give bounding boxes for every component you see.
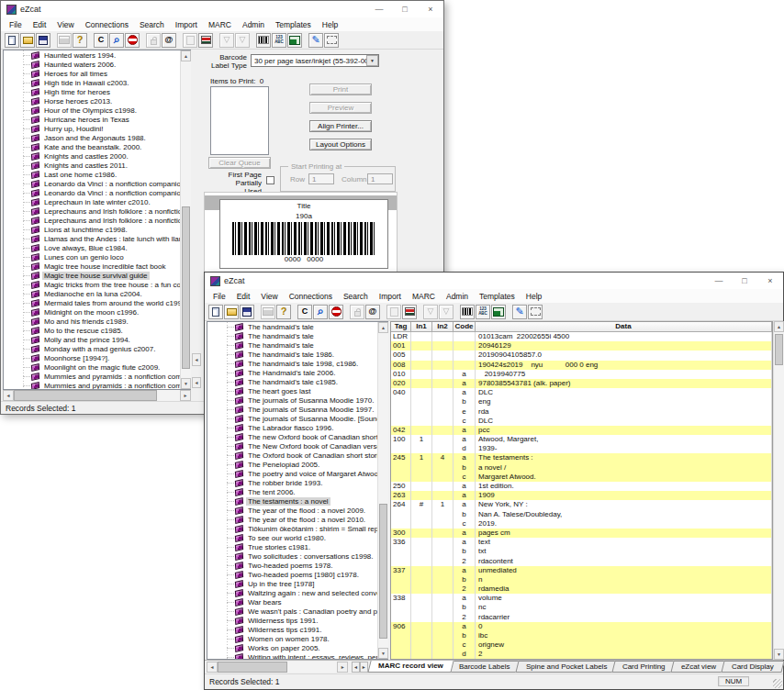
- marc-row[interactable]: 245 1 4 a The testaments :: [391, 453, 772, 462]
- authority-search-icon[interactable]: @: [162, 33, 176, 48]
- list-item[interactable]: The Labrador fiasco 1996.: [207, 423, 387, 432]
- tab-marc-record-view[interactable]: MARC record view: [368, 661, 454, 673]
- marc-row[interactable]: c orignew: [391, 640, 772, 650]
- list-item[interactable]: Mummies and pyramids : a nonfiction comp…: [4, 372, 190, 381]
- list-item[interactable]: Two-headed poems 1978.: [207, 561, 387, 570]
- list-item[interactable]: The handmaid's tale: [207, 340, 387, 350]
- scroll-down-icon[interactable]: ▼: [181, 378, 191, 389]
- list-item[interactable]: Magic tricks from the tree house : a fun…: [4, 280, 190, 289]
- authority-search-icon[interactable]: @: [365, 305, 380, 319]
- open-folder-icon[interactable]: [224, 305, 239, 319]
- spine-labels-icon[interactable]: 123 ABC: [272, 33, 286, 48]
- marc-row[interactable]: 250 a 1st edition.: [391, 482, 772, 491]
- list-item[interactable]: Leonardo da Vinci : a nonfiction compani…: [4, 188, 190, 197]
- scroll-right-icon[interactable]: ►: [180, 390, 191, 401]
- list-item[interactable]: Women on women 1978.: [207, 634, 387, 643]
- tab-ezcat-view[interactable]: eZcat view: [670, 661, 726, 673]
- list-item[interactable]: Midnight on the moon c1996.: [4, 307, 190, 317]
- scrollbar-thumb[interactable]: [379, 504, 387, 639]
- marc-row[interactable]: 005 20190904105857.0: [391, 351, 772, 360]
- minimize-button[interactable]: —: [366, 1, 392, 17]
- save-icon[interactable]: [36, 33, 50, 48]
- list-item[interactable]: Haunted waters 1994.: [4, 50, 190, 60]
- edit-record-icon[interactable]: ✎: [308, 33, 323, 48]
- list-item[interactable]: The year of the flood : a novel 2009.: [207, 506, 387, 515]
- title-bar[interactable]: eZcat — □ ×: [1, 1, 443, 17]
- row-input[interactable]: 1: [308, 173, 334, 184]
- marc-row[interactable]: b nc: [391, 603, 772, 612]
- list-item[interactable]: Jason and the Argonauts 1988.: [4, 133, 190, 142]
- list-item[interactable]: The journals of Susanna Moodie 1970.: [207, 395, 387, 405]
- list-item[interactable]: Magic tree house incredible fact book: [4, 262, 190, 271]
- preview-button[interactable]: Preview: [309, 102, 372, 114]
- marc-row[interactable]: c DLC: [391, 417, 772, 426]
- menu-item[interactable]: Templates: [270, 19, 317, 30]
- resize-grip[interactable]: [773, 679, 782, 688]
- list-item[interactable]: Lunes con un genio loco: [4, 252, 190, 262]
- list-item[interactable]: We wasn't pals : Canadian poetry and pro…: [207, 607, 387, 616]
- list-item[interactable]: Magic tree house survival guide: [4, 271, 190, 280]
- maximize-button[interactable]: □: [732, 273, 757, 289]
- col-in2[interactable]: In2: [432, 322, 454, 332]
- print-button[interactable]: Print: [309, 83, 372, 95]
- list-item[interactable]: Last one home c1986.: [4, 170, 190, 179]
- list-item[interactable]: The robber bride 1993.: [207, 478, 387, 487]
- list-item[interactable]: Hour of the Olympics c1998.: [4, 106, 190, 115]
- connect-icon[interactable]: C: [94, 33, 108, 48]
- print-queue-listbox[interactable]: [210, 86, 269, 155]
- marc-row[interactable]: 100 1 a Atwood, Margaret,: [391, 435, 772, 444]
- marc-row[interactable]: 264 # 1 a New York, NY :: [391, 500, 772, 509]
- search-icon[interactable]: ⌕: [313, 305, 328, 319]
- scroll-up-icon[interactable]: ▲: [378, 322, 388, 333]
- list-item[interactable]: The year of the flood : a novel 2010.: [207, 515, 387, 524]
- list-item[interactable]: Knights and castles 2011.: [4, 161, 190, 170]
- stop-icon[interactable]: [329, 305, 343, 319]
- title-bar[interactable]: eZcat — □ ×: [205, 273, 783, 289]
- col-tag[interactable]: Tag: [391, 322, 411, 332]
- menu-item[interactable]: Edit: [28, 19, 52, 30]
- list-item[interactable]: Leprechaun in late winter c2010.: [4, 197, 190, 206]
- scroll-down-icon[interactable]: ▼: [774, 649, 784, 660]
- list-item[interactable]: True stories c1981.: [207, 542, 387, 551]
- marc-row[interactable]: 010 a 2019940775: [391, 370, 772, 379]
- list-item[interactable]: Up in the tree [1978]: [207, 579, 387, 588]
- list-item[interactable]: The testaments : a novel: [207, 496, 387, 506]
- open-folder-icon[interactable]: [20, 33, 35, 48]
- z3950-icon[interactable]: [198, 33, 213, 48]
- connect-icon[interactable]: C: [297, 305, 312, 319]
- list-item[interactable]: The journals of Susanna Moodie. [Sound r…: [207, 414, 387, 423]
- list-item[interactable]: The handmaid's tale c1985.: [207, 377, 387, 386]
- list-item[interactable]: The Oxford book of Canadian short storie…: [207, 451, 387, 460]
- list-item[interactable]: Lions at lunchtime c1998.: [4, 225, 190, 234]
- list-item[interactable]: The handmaid's tale: [207, 322, 387, 331]
- print-icon[interactable]: [57, 33, 72, 48]
- pane-splitter[interactable]: ◄ ◄: [191, 50, 202, 390]
- marc-row[interactable]: e rda: [391, 407, 772, 417]
- barcode-labels-icon[interactable]: [256, 33, 271, 48]
- close-button[interactable]: ×: [757, 273, 783, 289]
- scroll-left-icon[interactable]: ◄: [207, 662, 218, 673]
- marc-row[interactable]: 2 rdacontent: [391, 557, 772, 566]
- list-item[interactable]: Leprechauns and Irish folklore : a nonfi…: [4, 216, 190, 225]
- menu-item[interactable]: Admin: [441, 291, 474, 302]
- marc-row[interactable]: b a novel /: [391, 463, 772, 473]
- card-printing-icon[interactable]: [287, 33, 302, 48]
- list-item[interactable]: Leprechauns and Irish folklore : a nonfi…: [4, 206, 190, 216]
- list-item[interactable]: Kate and the beanstalk. 2000.: [4, 142, 190, 151]
- list-item[interactable]: Two-headed poems [1980] c1978.: [207, 570, 387, 579]
- scroll-up-icon[interactable]: ▲: [774, 321, 784, 332]
- scrollbar-thumb[interactable]: [218, 662, 287, 673]
- marc-row[interactable]: b eng: [391, 397, 772, 406]
- menu-item[interactable]: Connections: [80, 19, 134, 30]
- scrollbar-thumb[interactable]: [182, 206, 190, 369]
- list-horizontal-scrollbar[interactable]: ◄ ►: [207, 662, 348, 673]
- scroll-right-icon[interactable]: ►: [337, 662, 348, 673]
- first-page-checkbox[interactable]: [266, 176, 274, 184]
- menu-item[interactable]: Help: [317, 19, 343, 30]
- list-item[interactable]: Llamas and the Andes : late lunch with l…: [4, 234, 190, 243]
- menu-item[interactable]: Templates: [474, 291, 521, 302]
- marc-row[interactable]: 2 rdamedia: [391, 584, 772, 594]
- tab-barcode-labels[interactable]: Barcode Labels: [449, 661, 521, 673]
- list-item[interactable]: High tide in Hawaii c2003.: [4, 78, 190, 87]
- z3950-icon[interactable]: [402, 305, 417, 319]
